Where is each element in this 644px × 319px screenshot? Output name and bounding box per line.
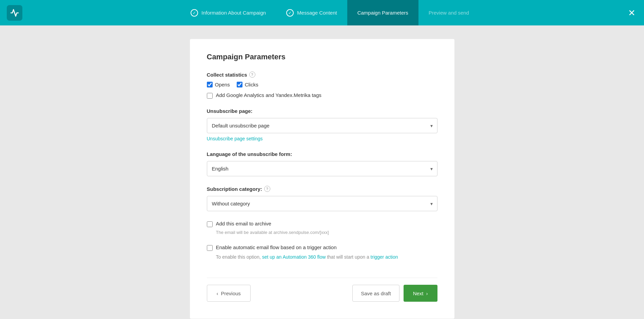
analytics-checkbox[interactable]	[207, 93, 213, 99]
language-dropdown-wrap: English Russian Spanish French German ▾	[207, 161, 437, 176]
wizard-steps: ✓ Information About Campaign ✓ Message C…	[22, 0, 637, 25]
archive-sub-text: The email will be available at archive.s…	[216, 230, 437, 235]
language-label: Language of the unsubscribe form:	[207, 151, 437, 157]
language-section: Language of the unsubscribe form: Englis…	[207, 151, 437, 176]
footer-right-buttons: Save as draft Next ›	[352, 285, 437, 302]
next-chevron-icon: ›	[426, 291, 428, 296]
trigger-sub-text: To enable this option, set up an Automat…	[216, 254, 437, 261]
analytics-checkbox-label[interactable]: Add Google Analytics and Yandex.Metrika …	[207, 92, 437, 99]
step-params[interactable]: Campaign Parameters	[347, 0, 418, 25]
subscription-category-dropdown-wrap: Without category ▾	[207, 196, 437, 211]
trigger-label: Enable automatic email flow based on a t…	[216, 244, 337, 250]
close-button[interactable]: ✕	[628, 7, 636, 18]
clicks-checkbox[interactable]	[237, 82, 242, 87]
unsubscribe-page-section: Unsubscribe page: Default unsubscribe pa…	[207, 108, 437, 142]
unsubscribe-page-label: Unsubscribe page:	[207, 108, 437, 114]
trigger-section: Enable automatic email flow based on a t…	[207, 244, 437, 261]
previous-label: Previous	[221, 291, 241, 296]
collect-statistics-label: Collect statistics ?	[207, 72, 437, 78]
footer: ‹ Previous Save as draft Next ›	[207, 278, 437, 302]
page-title: Campaign Parameters	[207, 53, 437, 61]
step-content-label: Message Content	[297, 10, 337, 16]
statistics-checkboxes: Opens Clicks	[207, 82, 437, 87]
campaign-params-card: Campaign Parameters Collect statistics ?…	[190, 39, 454, 319]
step-check-content: ✓	[286, 9, 294, 17]
subscription-category-section: Subscription category: ? Without categor…	[207, 186, 437, 211]
unsubscribe-page-dropdown-wrap: Default unsubscribe page ▾	[207, 118, 437, 133]
step-preview[interactable]: Preview and send	[418, 0, 479, 25]
archive-label: Add this email to archive	[216, 221, 271, 226]
previous-button[interactable]: ‹ Previous	[207, 285, 251, 302]
save-draft-button[interactable]: Save as draft	[352, 285, 399, 302]
step-params-label: Campaign Parameters	[357, 10, 408, 16]
unsubscribe-page-select[interactable]: Default unsubscribe page	[207, 118, 437, 133]
opens-checkbox-label[interactable]: Opens	[207, 82, 230, 87]
collect-statistics-help-icon[interactable]: ?	[249, 72, 255, 78]
opens-label: Opens	[215, 82, 230, 87]
step-content[interactable]: ✓ Message Content	[276, 0, 347, 25]
next-label: Next	[413, 291, 424, 296]
step-check-info: ✓	[191, 9, 198, 17]
analytics-label: Add Google Analytics and Yandex.Metrika …	[216, 92, 321, 98]
archive-checkbox-label[interactable]: Add this email to archive	[207, 221, 437, 227]
trigger-checkbox-label[interactable]: Enable automatic email flow based on a t…	[207, 244, 437, 251]
next-button[interactable]: Next ›	[404, 285, 437, 302]
trigger-prefix: To enable this option,	[216, 254, 261, 260]
unsubscribe-settings-link[interactable]: Unsubscribe page settings	[207, 136, 263, 141]
clicks-label: Clicks	[245, 82, 258, 87]
trigger-mid: that will start upon a	[327, 254, 369, 260]
step-info-label: Information About Campaign	[201, 10, 266, 16]
subscription-category-label: Subscription category: ?	[207, 186, 437, 192]
prev-chevron-icon: ‹	[217, 291, 218, 296]
header: ✓ Information About Campaign ✓ Message C…	[0, 0, 644, 25]
automation-360-link[interactable]: set up an Automation 360 flow	[262, 254, 326, 260]
clicks-checkbox-label[interactable]: Clicks	[237, 82, 258, 87]
step-preview-label: Preview and send	[429, 10, 469, 16]
subscription-category-select[interactable]: Without category	[207, 196, 437, 211]
language-select[interactable]: English Russian Spanish French German	[207, 161, 437, 176]
step-info[interactable]: ✓ Information About Campaign	[180, 0, 276, 25]
archive-section: Add this email to archive The email will…	[207, 221, 437, 235]
archive-checkbox[interactable]	[207, 221, 213, 227]
collect-statistics-section: Collect statistics ? Opens Clicks Add Go…	[207, 72, 437, 99]
trigger-checkbox[interactable]	[207, 245, 213, 251]
subscription-category-help-icon[interactable]: ?	[264, 186, 270, 192]
opens-checkbox[interactable]	[207, 82, 213, 87]
trigger-action-link[interactable]: trigger action	[371, 254, 398, 260]
main-content: Campaign Parameters Collect statistics ?…	[0, 25, 644, 319]
logo	[7, 5, 22, 21]
